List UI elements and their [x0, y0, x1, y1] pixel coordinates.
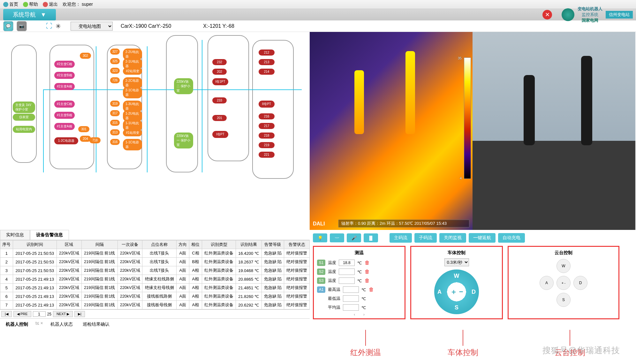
map-node[interactable]: 217	[259, 123, 275, 129]
body-dpad[interactable]: W S A D ＋ −	[434, 269, 479, 314]
temp-min[interactable]	[343, 295, 359, 302]
page-next[interactable]: NEXT ▶	[53, 311, 73, 317]
map-node[interactable]: #2站用变	[123, 68, 142, 75]
del-s1[interactable]: 🗑	[365, 260, 370, 266]
map-node[interactable]: I母PT	[212, 131, 228, 138]
map-node[interactable]: 718	[89, 137, 101, 143]
temp-s1[interactable]	[339, 260, 355, 266]
menu-home[interactable]: 首页	[3, 2, 18, 7]
map-node[interactable]: 323	[110, 68, 120, 74]
system-nav-button[interactable]: 系统导航▼	[3, 9, 56, 20]
map-node[interactable]: I母1PT	[212, 78, 228, 85]
ptz-left[interactable]: A	[540, 276, 554, 290]
expand-icon[interactable]: ⛶	[46, 22, 52, 30]
btn-return-home[interactable]: 一键返航	[469, 233, 496, 243]
map-select[interactable]: 变电站地图	[71, 22, 113, 31]
map-node[interactable]: 221	[259, 152, 275, 158]
map-node[interactable]: 220kV第一 保护小室	[174, 133, 193, 148]
camera-icon[interactable]: ▐▌	[364, 233, 378, 242]
tab-alarm[interactable]: 设备告警信息	[30, 230, 69, 240]
map-node[interactable]: 仪表室	[13, 114, 35, 121]
map-node[interactable]: 201	[212, 115, 227, 121]
map-node[interactable]: 218	[259, 133, 275, 139]
page-first[interactable]: |◀	[1, 311, 12, 317]
map-node[interactable]: 313	[110, 129, 120, 135]
map-node[interactable]: #1主变C相	[54, 101, 75, 108]
map-node[interactable]: 233	[212, 97, 227, 103]
table-row[interactable]: 32017-05-25 21:50:53220kV区域219间隔信 前1线220…	[0, 266, 310, 275]
compass-icon[interactable]: ✳	[56, 22, 61, 30]
wiper-icon[interactable]: 〰	[330, 233, 344, 242]
page-last[interactable]: ▶|	[74, 311, 85, 317]
btn-close-view[interactable]: 关闭监视	[439, 233, 466, 243]
table-row[interactable]: 22017-05-25 21:50:53220kV区域219间隔信 前1线220…	[0, 258, 310, 266]
map-node[interactable]: 315	[110, 120, 120, 126]
ptz-down[interactable]: S	[556, 293, 571, 307]
temp-max[interactable]	[343, 286, 359, 293]
station-map[interactable]: 主变及 1kV 保护小室仪表室站用电室内#2主变C相#2主变B相#2主变A相#1…	[0, 32, 310, 230]
table-row[interactable]: 12017-05-25 21:50:53220kV区域219间隔信 前1线220…	[0, 249, 310, 258]
map-node[interactable]: 213	[259, 59, 275, 65]
visible-view[interactable]	[473, 32, 635, 230]
map-node[interactable]: 302	[80, 53, 91, 59]
btab-confirm[interactable]: 巡检结果确认	[80, 321, 112, 328]
map-node[interactable]: #2主变A相	[54, 83, 75, 90]
map-node[interactable]: 214	[259, 69, 275, 75]
btn-auto-charge[interactable]: 自动充电	[498, 233, 525, 243]
table-row[interactable]: 52017-05-25 21:49:13220kV区域219间隔信 前1线220…	[0, 284, 310, 292]
menu-exit[interactable]: 退出	[43, 2, 58, 7]
tab-realtime[interactable]: 实时信息	[0, 230, 30, 240]
tool-bubble[interactable]: 💬	[3, 21, 13, 31]
btn-main-stream[interactable]: 主码流	[390, 233, 412, 243]
map-node[interactable]: #1主变A相	[54, 123, 75, 130]
ptz-up[interactable]: W	[556, 259, 571, 273]
map-node[interactable]: #1站用变	[123, 129, 142, 136]
temp-s3[interactable]	[339, 277, 355, 284]
btab-robot-ctrl[interactable]: 机器人控制	[3, 321, 31, 328]
map-node[interactable]: 232	[212, 59, 227, 65]
map-node[interactable]: 站用电室内	[13, 126, 35, 133]
map-node[interactable]: #2主变B相	[54, 72, 75, 79]
menu-help[interactable]: 帮助	[23, 2, 38, 7]
ptz-right[interactable]: D	[573, 276, 587, 290]
map-node[interactable]: 1-1C电容器	[123, 139, 142, 150]
del-a1[interactable]: 🗑	[369, 287, 374, 292]
page-input[interactable]	[33, 311, 46, 317]
map-node[interactable]: 219	[259, 142, 275, 148]
map-node[interactable]: 212	[259, 49, 275, 56]
map-node[interactable]: #2主变C相	[54, 61, 75, 68]
page-prev[interactable]: ◀ PRE	[13, 311, 31, 317]
map-node[interactable]: 726	[110, 77, 120, 83]
map-node[interactable]: 202	[212, 69, 227, 75]
temp-avg[interactable]	[343, 304, 359, 311]
btn-sub-stream[interactable]: 子码流	[414, 233, 437, 243]
map-node[interactable]: 327	[110, 49, 120, 55]
table-row[interactable]: 72017-05-25 21:49:13220kV区域219间隔信 前1线220…	[0, 301, 310, 309]
map-node[interactable]: 1-2C电容器	[54, 137, 78, 144]
ptz-center[interactable]: + -	[556, 276, 571, 290]
del-s3[interactable]: 🗑	[365, 278, 370, 284]
tool-camera[interactable]: 📷	[17, 21, 27, 31]
thermal-view[interactable]: 35 4 DALI 辐射率：0.90 距离：2m 环温：57.50℃ 2017/…	[310, 32, 473, 230]
temp-s2[interactable]	[339, 269, 355, 275]
map-node[interactable]: 316	[110, 139, 120, 145]
map-node[interactable]: 220kV第二 保护小室	[174, 78, 193, 94]
speed-select[interactable]: 0.3米/秒	[444, 258, 469, 266]
close-button[interactable]: ✕	[542, 10, 552, 19]
map-node[interactable]: #1主变B相	[54, 112, 75, 119]
del-s2[interactable]: 🗑	[365, 269, 370, 275]
map-node[interactable]: 317	[110, 110, 120, 116]
light-icon[interactable]: 💡	[313, 233, 327, 242]
map-node[interactable]: II母PT	[259, 101, 275, 108]
map-node[interactable]: 2-1C电容器	[123, 87, 142, 98]
help-icon	[23, 2, 28, 7]
map-node[interactable]: 216	[259, 113, 275, 119]
table-row[interactable]: 62017-05-25 21:49:13220kV区域219间隔信 前1线220…	[0, 292, 310, 301]
map-node[interactable]: 301	[78, 126, 89, 132]
table-row[interactable]: 42017-05-25 21:49:13220kV区域219间隔信 前1线220…	[0, 275, 310, 284]
map-node[interactable]: 319	[110, 101, 120, 107]
mic-icon[interactable]: 🎤	[347, 233, 361, 242]
map-node[interactable]: 325	[110, 58, 120, 64]
btab-robot-status[interactable]: 机器人状态	[48, 321, 75, 328]
map-node[interactable]: 主变及 1kV 保护小室	[13, 102, 35, 113]
